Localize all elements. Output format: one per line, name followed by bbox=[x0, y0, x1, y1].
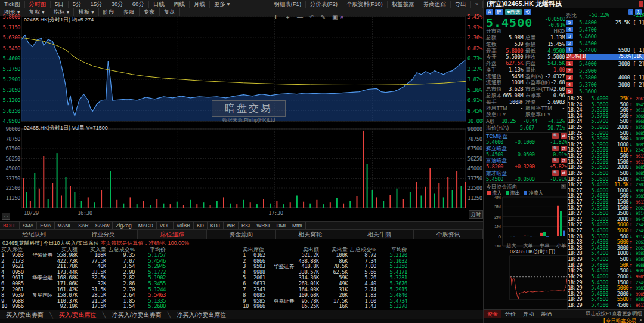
tool-menu-5[interactable]: 多股 bbox=[119, 8, 140, 16]
tool-menu-1[interactable]: 复权 ▾ bbox=[24, 8, 49, 16]
table-row[interactable]: 10996685.25K16K1.435.3278 bbox=[242, 304, 483, 310]
table-row[interactable]: 60085171.06K32K2.865.3455 bbox=[0, 281, 242, 287]
bottom-tab-2[interactable]: 净买入/净卖出券商 bbox=[106, 311, 168, 319]
section-tab-3[interactable]: 资金流向 bbox=[207, 229, 276, 239]
minute-mode-button[interactable]: 分时 bbox=[469, 210, 483, 219]
bid-row[interactable]: 55.3600 bbox=[566, 88, 644, 95]
table-menu-6[interactable]: » bbox=[471, 1, 483, 8]
dark-pool-banner[interactable]: 【今日暗盘交易 bbox=[601, 318, 637, 323]
indicator-EMA[interactable]: EMA bbox=[37, 222, 54, 229]
table-row[interactable]: 49988338.57K62.5K5.665.4171 bbox=[242, 270, 483, 276]
indicator-KD[interactable]: KD bbox=[194, 222, 208, 229]
indicator-ZigZag[interactable]: ZigZag bbox=[113, 222, 135, 229]
right-footer-tab-3[interactable]: 筹码 bbox=[537, 310, 555, 318]
bottom-tab-1[interactable]: 买入/卖出席位 bbox=[53, 311, 103, 319]
badge-1[interactable]: 碎 bbox=[495, 9, 504, 15]
period-tab-3[interactable]: 5分 bbox=[69, 1, 86, 8]
section-tab-6[interactable]: 个股资讯 bbox=[414, 229, 483, 239]
indicator-SMA[interactable]: SMA bbox=[20, 222, 37, 229]
table-row[interactable]: 69633263.01K49K4.405.3676 bbox=[242, 281, 483, 287]
draw-toolbar[interactable]: ✛ ＋ — ↶ ✎ ▣× bbox=[273, 13, 346, 21]
ask-row[interactable]: 55.480025.5K [ 1] bbox=[566, 19, 644, 26]
table-row[interactable]: 20866438.88K86K7.345.1032 bbox=[242, 259, 483, 264]
bottom-tab-3[interactable]: 净买入/净卖出席位 bbox=[171, 311, 232, 319]
table-row[interactable]: 39621211.78K40K3.545.2945 bbox=[0, 264, 242, 270]
magnifier-icon[interactable]: 🔍 bbox=[552, 158, 559, 163]
tool-menu-4[interactable]: 阶段 bbox=[99, 8, 119, 16]
table-row[interactable]: 39503华盛证券418.8K78.5K7.005.3350 bbox=[242, 264, 483, 270]
period-tab-8[interactable]: 周线 bbox=[169, 1, 190, 8]
indicator-VolBB[interactable]: VolBB bbox=[174, 222, 194, 229]
badge-0[interactable]: A bbox=[486, 9, 493, 15]
table-menu-4[interactable]: 券商追踪 bbox=[419, 1, 451, 8]
period-tab-0[interactable]: Tick图 bbox=[0, 1, 25, 8]
period-tab-5[interactable]: 30分 bbox=[107, 1, 128, 8]
period-tab-10[interactable]: 更多 ▾ bbox=[210, 1, 234, 8]
table-row[interactable]: 10996692.19K17.5K1.545.2680 bbox=[0, 304, 242, 310]
right-footer-tab-2[interactable]: 异动 bbox=[519, 310, 537, 318]
tool-menu-7[interactable]: 复盘 bbox=[160, 8, 180, 16]
alert-icon[interactable] bbox=[639, 1, 643, 7]
period-tab-4[interactable]: 15分 bbox=[86, 1, 107, 8]
switch-icon[interactable]: ⇄ bbox=[561, 146, 567, 151]
right-footer-tab-0[interactable]: 资金 bbox=[484, 310, 501, 318]
indicator-BOLL[interactable]: BOLL bbox=[0, 222, 20, 229]
table-row[interactable]: 89639复星国际158.07K28.5K2.645.5463 bbox=[0, 293, 242, 299]
table-row[interactable]: 80085109.68K20K1.835.4840 bbox=[242, 293, 483, 299]
table-row[interactable]: 59611华泰金融168.68K32.5K2.825.1902 bbox=[0, 275, 242, 281]
bid-row[interactable]: 15.40003000 [ 2] bbox=[566, 60, 644, 67]
badge-2[interactable]: ♥自选 bbox=[505, 9, 522, 15]
banner-close-icon[interactable]: ✕ bbox=[639, 318, 643, 323]
indicator-WR[interactable]: WR bbox=[224, 222, 239, 229]
table-row[interactable]: 10162521.2K100K8.725.2120 bbox=[242, 253, 483, 259]
table-row[interactable]: 99585尊嘉证券95.78K17.5K1.605.4734 bbox=[242, 299, 483, 304]
section-tab-0[interactable]: 经纪队列 bbox=[0, 229, 69, 239]
right-footer-tab-1[interactable]: 分价 bbox=[501, 310, 519, 318]
table-menu-1[interactable]: 分价表(F2) bbox=[306, 1, 342, 8]
section-tab-1[interactable]: 行业分类 bbox=[69, 229, 138, 239]
period-tab-6[interactable]: 60分 bbox=[128, 1, 149, 8]
ask-row[interactable]: 15.44005500 [ 1] bbox=[566, 47, 644, 54]
table-row[interactable]: 19503华盛证券558.98K108K9.355.1757 bbox=[0, 253, 242, 259]
table-row[interactable]: 72061161.42K31.5K2.705.1244 bbox=[0, 287, 242, 293]
table-menu-0[interactable]: 明细表(F1) bbox=[270, 1, 306, 8]
badge-3[interactable]: ⟲ bbox=[524, 9, 531, 15]
section-tab-2[interactable]: 席位追踪 bbox=[138, 229, 207, 239]
indicator-SARw[interactable]: SARw bbox=[92, 222, 113, 229]
bottom-tab-0[interactable]: 买入/卖出券商 bbox=[0, 311, 49, 319]
collapse-chart-button[interactable]: ▭ bbox=[2, 213, 10, 220]
section-tab-4[interactable]: 相关窝轮 bbox=[276, 229, 345, 239]
magnifier-icon[interactable]: 🔍 bbox=[552, 133, 559, 139]
indicator-SAR[interactable]: SAR bbox=[75, 222, 92, 229]
bid-row[interactable]: 45.37003000 [ 2] bbox=[566, 81, 644, 88]
period-tab-9[interactable]: 月线 bbox=[190, 1, 210, 8]
tool-menu-6[interactable]: 专家 bbox=[140, 8, 160, 16]
ask-row[interactable]: 45.4700 bbox=[566, 26, 644, 33]
ask-row[interactable]: 25.4500 bbox=[566, 40, 644, 47]
period-tab-1[interactable]: 分时图 bbox=[25, 1, 51, 8]
table-menu-2[interactable]: 个股资料(F10) bbox=[342, 1, 388, 8]
table-row[interactable]: 72343164.03K31K2.745.2915 bbox=[242, 287, 483, 293]
table-row[interactable]: 52061314.36K59K5.265.3281 bbox=[242, 275, 483, 281]
switch-icon[interactable]: ⇄ bbox=[561, 158, 567, 163]
help-icon[interactable]: ? bbox=[561, 184, 566, 189]
indicator-RSI[interactable]: RSI bbox=[239, 222, 253, 229]
indicator-MACD[interactable]: MACD bbox=[135, 222, 157, 229]
table-menu-3[interactable]: 权益披露 bbox=[388, 1, 419, 8]
indicator-Mtm[interactable]: Mtm bbox=[289, 222, 306, 229]
table-row[interactable]: 22173422.73K77.5K7.075.4546 bbox=[0, 259, 242, 264]
switch-icon[interactable]: ⇄ bbox=[561, 170, 567, 176]
indicator-DMI[interactable]: DMI bbox=[273, 222, 289, 229]
ask-row[interactable]: 35.4600 bbox=[566, 33, 644, 40]
indicator-MANL[interactable]: MANL bbox=[55, 222, 76, 229]
indicator-VOL[interactable]: VOL bbox=[157, 222, 174, 229]
tool-menu-2[interactable]: 指标 ▾ bbox=[49, 8, 74, 16]
period-tab-2[interactable]: 5日 bbox=[51, 1, 69, 8]
table-menu-5[interactable]: 导出 bbox=[451, 1, 471, 8]
period-tab-7[interactable]: 日线 bbox=[149, 1, 169, 8]
switch-icon[interactable]: ⇄ bbox=[561, 133, 567, 139]
indicator-KDJ[interactable]: KDJ bbox=[208, 222, 224, 229]
section-tab-5[interactable]: 相关牛熊 bbox=[345, 229, 414, 239]
indicator-WRSI[interactable]: WRSI bbox=[253, 222, 273, 229]
bid-row[interactable]: 25.3900 bbox=[566, 67, 644, 75]
